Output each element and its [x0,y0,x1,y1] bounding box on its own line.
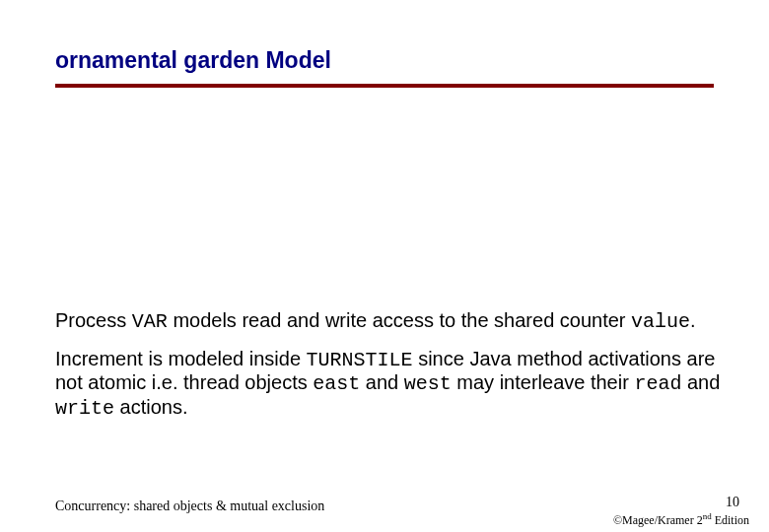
text: may interleave their [452,371,635,393]
code-value: value [631,310,690,333]
copyright-sup: nd [703,511,712,521]
copyright-post: Edition [712,513,749,527]
paragraph-2: Increment is modeled inside TURNSTILE si… [55,348,730,421]
code-var: VAR [132,310,168,333]
code-write: write [55,397,114,420]
page-number: 10 [726,495,739,510]
footer-copyright: ©Magee/Kramer 2nd Edition [613,511,749,528]
code-west: west [404,372,452,395]
code-east: east [313,372,360,395]
text: Process [55,309,132,331]
code-read: read [634,372,681,395]
body-block: Process VAR models read and write access… [55,309,730,433]
copyright-pre: ©Magee/Kramer 2 [613,513,703,527]
text: and [681,371,720,393]
text: . [690,309,696,331]
slide: ornamental garden Model Process VAR mode… [0,0,769,532]
footer-left: Concurrency: shared objects & mutual exc… [55,499,324,514]
paragraph-1: Process VAR models read and write access… [55,309,730,334]
title-rule [55,84,714,88]
text: actions. [114,396,187,418]
text: Increment is modeled inside [55,348,307,369]
text: and [360,371,403,393]
code-turnstile: TURNSTILE [307,349,413,371]
slide-title: ornamental garden Model [55,47,714,74]
text: models read and write access to the shar… [168,309,631,331]
